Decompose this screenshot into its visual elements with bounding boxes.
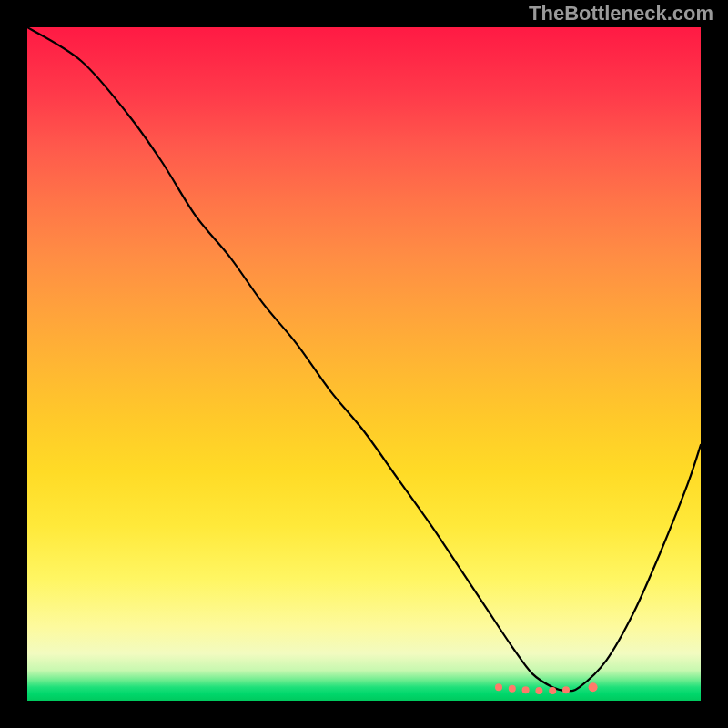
optimal-cluster-a [509,685,516,693]
curve-layer [27,27,701,701]
optimal-cluster-start [495,683,502,691]
chart-container: TheBottleneck.com [0,0,728,728]
optimal-cluster-d [549,687,556,694]
optimal-cluster-b [522,686,530,693]
watermark-text: TheBottleneck.com [529,2,713,25]
plot-area [27,27,701,701]
optimal-cluster-e [562,686,570,693]
optimal-cluster-end [589,682,598,692]
optimal-cluster-c [535,687,542,694]
bottleneck-curve [27,27,701,691]
